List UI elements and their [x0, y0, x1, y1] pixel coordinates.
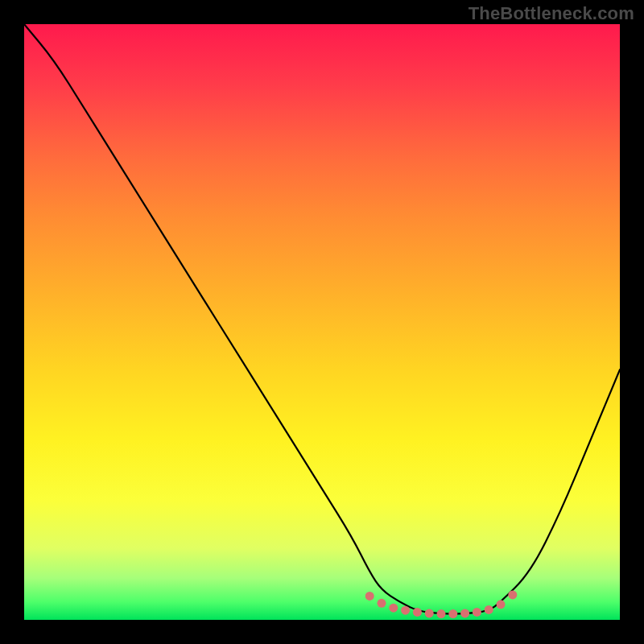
flat-region-dot	[473, 608, 481, 617]
flat-region-dot	[365, 592, 374, 601]
flat-region-dot	[460, 609, 469, 617]
chart-stage: TheBottleneck.com	[0, 0, 644, 644]
flat-region-dot	[389, 604, 398, 613]
chart-svg	[24, 24, 620, 620]
bottleneck-curve	[24, 24, 620, 614]
flat-region-dot	[497, 600, 506, 609]
flat-region-dot	[378, 599, 386, 608]
flat-region-dot	[413, 608, 422, 617]
flat-region-dot	[437, 609, 446, 618]
flat-region-dot	[425, 609, 434, 617]
flat-region-dot	[401, 606, 410, 615]
plot-area	[24, 24, 620, 620]
flat-region-dot	[508, 590, 517, 599]
flat-region-dot	[448, 609, 457, 618]
flat-region-dot	[485, 605, 493, 614]
watermark-text: TheBottleneck.com	[469, 3, 634, 24]
